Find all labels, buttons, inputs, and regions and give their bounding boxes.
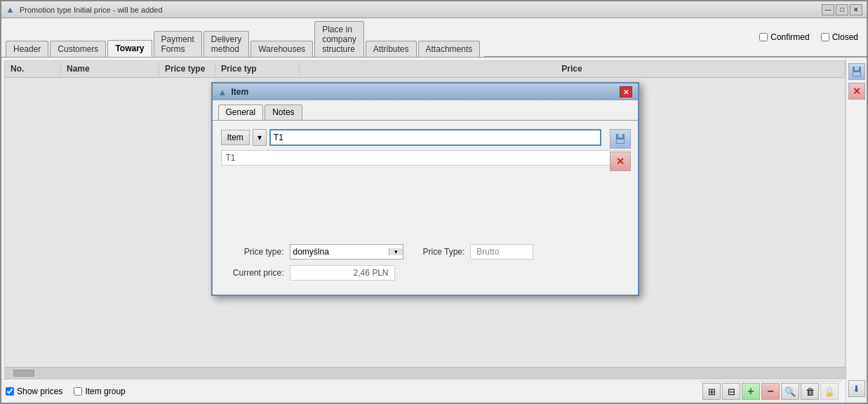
minimize-button[interactable]: —: [822, 4, 834, 15]
item-search-row: Item ▾: [221, 129, 629, 146]
item-search-button[interactable]: Item: [221, 130, 250, 145]
closed-checkbox[interactable]: [821, 33, 829, 41]
download-icon: ⬇: [853, 384, 860, 394]
confirmed-checkbox-label[interactable]: Confirmed: [759, 32, 809, 42]
svg-rect-4: [855, 67, 859, 70]
app-icon: ▲: [6, 4, 17, 15]
tab-customers[interactable]: Customers: [50, 41, 106, 57]
item-result-display: T1: [221, 150, 629, 166]
main-tabs: Header Customers Towary Payment Forms De…: [1, 18, 484, 57]
svg-rect-2: [617, 140, 624, 143]
title-controls: — □ ✕: [822, 4, 862, 15]
main-window: ▲ Promotion type Initial price - will be…: [0, 0, 868, 404]
dialog-title-icon: ▲: [218, 87, 227, 97]
closed-checkbox-label[interactable]: Closed: [821, 32, 858, 42]
tab-header[interactable]: Header: [6, 41, 48, 57]
right-download-button[interactable]: ⬇: [848, 380, 865, 397]
toolbar-remove-button[interactable]: −: [761, 383, 780, 400]
closed-label: Closed: [832, 32, 858, 42]
main-content: No. Name Price type Price typ Price ▲ I: [1, 58, 846, 403]
dialog-title-bar: ▲ Item ✕: [213, 83, 638, 100]
item-dialog: ▲ Item ✕ General Notes: [211, 82, 639, 296]
tab-place[interactable]: Place in company structure: [314, 21, 364, 57]
dialog-title-text: Item: [231, 87, 248, 97]
confirmed-label: Confirmed: [770, 32, 809, 42]
items-table-panel: No. Name Price type Price typ Price ▲ I: [4, 60, 846, 379]
price-type-select-wrap: domyślna ▾: [290, 244, 403, 260]
tab-attributes[interactable]: Attributes: [366, 41, 417, 57]
cancel-icon: ✕: [616, 156, 625, 167]
right-save-icon: [851, 66, 862, 77]
tab-attachments[interactable]: Attachments: [418, 41, 481, 57]
svg-rect-1: [618, 134, 622, 137]
dialog-tabs: General Notes: [213, 100, 638, 120]
tab-warehouses[interactable]: Warehouses: [251, 41, 313, 57]
dialog-tab-general[interactable]: General: [218, 105, 264, 120]
title-bar-left: ▲ Promotion type Initial price - will be…: [6, 4, 163, 15]
dialog-title-left: ▲ Item: [218, 87, 249, 97]
confirmed-checkbox[interactable]: [759, 33, 768, 41]
item-group-checkbox[interactable]: [74, 387, 82, 396]
bottom-checkboxes: Show prices Item group: [6, 386, 126, 396]
chevron-down-icon: ▾: [258, 133, 262, 142]
right-cancel-icon: ✕: [853, 86, 861, 97]
tab-payment[interactable]: Payment Forms: [154, 31, 202, 57]
price-type-row: Price type: domyślna ▾ Price Type: Brutt…: [221, 244, 629, 260]
dialog-tab-notes[interactable]: Notes: [265, 105, 302, 120]
top-right-checkboxes: Confirmed Closed: [484, 18, 867, 57]
tab-towary[interactable]: Towary: [107, 40, 152, 57]
price-type-label: Price type:: [221, 247, 284, 257]
show-prices-checkbox[interactable]: [6, 387, 14, 396]
right-cancel-button[interactable]: ✕: [848, 83, 865, 100]
current-price-label: Current price:: [221, 268, 284, 278]
price-type-right-value: Brutto: [470, 244, 533, 260]
toolbar-lock-button: 🔒: [820, 383, 839, 400]
price-type-select[interactable]: domyślna: [291, 245, 389, 259]
dialog-body: ✕ Item ▾: [213, 121, 638, 295]
tab-delivery[interactable]: Delivery method: [203, 31, 249, 57]
save-icon: [615, 133, 626, 144]
current-price-display: 2,46 PLN: [290, 265, 395, 281]
current-price-row: Current price: 2,46 PLN: [221, 265, 629, 281]
maximize-button[interactable]: □: [836, 4, 848, 15]
item-group-label[interactable]: Item group: [74, 386, 125, 396]
bottom-toolbar: ⊞ ⊟ + − 🔍 🗑 🔒: [700, 381, 841, 401]
show-prices-text: Show prices: [17, 386, 62, 396]
price-type-right-label: Price Type:: [423, 247, 465, 257]
dialog-close-button[interactable]: ✕: [620, 86, 632, 97]
toolbar-search-button[interactable]: 🔍: [781, 383, 799, 400]
dialog-overlay: ▲ Item ✕ General Notes: [5, 61, 845, 378]
window-title: Promotion type Initial price - will be a…: [20, 6, 163, 14]
title-bar: ▲ Promotion type Initial price - will be…: [1, 1, 867, 18]
item-dropdown-button[interactable]: ▾: [253, 129, 267, 146]
close-button[interactable]: ✕: [850, 4, 862, 15]
bottom-bar: Show prices Item group ⊞ ⊟ + − 🔍 🗑 🔒: [1, 379, 846, 403]
toolbar-grid-button[interactable]: ⊞: [702, 383, 721, 400]
right-toolbar: ✕ ⬇: [846, 58, 867, 403]
svg-rect-5: [853, 72, 860, 76]
toolbar-add-button[interactable]: +: [742, 383, 760, 400]
dialog-save-button[interactable]: [610, 129, 631, 149]
dialog-action-buttons: ✕: [610, 129, 631, 171]
dialog-cancel-button[interactable]: ✕: [610, 152, 631, 171]
show-prices-label[interactable]: Show prices: [6, 386, 62, 396]
item-group-text: Item group: [85, 386, 125, 396]
empty-space: [221, 174, 629, 244]
price-select-arrow: ▾: [389, 248, 403, 255]
toolbar-delete-button[interactable]: 🗑: [801, 383, 819, 400]
toolbar-upload-button[interactable]: ⊟: [722, 383, 740, 400]
item-search-input[interactable]: [269, 129, 601, 146]
right-save-button[interactable]: [848, 63, 865, 80]
